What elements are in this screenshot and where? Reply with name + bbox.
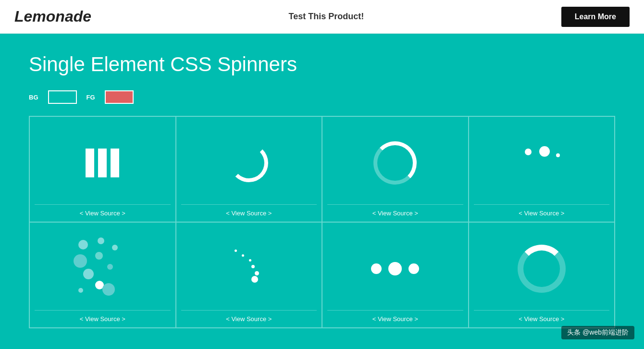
trail-dot-6 (251, 276, 258, 283)
spinner-grid: < View Source > < View Source > < View S… (29, 116, 615, 328)
trail-dot-5 (255, 271, 259, 275)
spinner-display-dots-scatter (474, 126, 610, 199)
circle-3 (112, 245, 118, 250)
spinner-display-bars (35, 126, 171, 199)
view-source-trail[interactable]: < View Source > (181, 310, 317, 327)
view-source-circles-many[interactable]: < View Source > (35, 310, 171, 327)
header-title: Test This Product! (289, 12, 364, 22)
arc-large-spinner (373, 141, 417, 185)
scatter-dot-3 (556, 153, 560, 157)
view-source-dots-scatter[interactable]: < View Source > (474, 204, 610, 222)
spinner-display-arc-large (327, 126, 463, 199)
spinner-display-arc (181, 126, 317, 199)
spinner-cell-arc-large: < View Source > (322, 116, 469, 222)
spinner-display-circles-many (35, 232, 171, 305)
trail-dot-1 (235, 249, 237, 252)
fg-color-swatch[interactable] (105, 90, 134, 104)
color-pickers: BG FG (29, 90, 615, 104)
spinner-cell-trail: < View Source > (176, 222, 322, 328)
spinner-display-three-dots (327, 232, 463, 305)
spinner-cell-bars: < View Source > (29, 116, 176, 222)
spinner-display-ring-gap (474, 232, 610, 305)
three-dots-spinner (371, 262, 419, 275)
scatter-dot-1 (525, 149, 532, 155)
circle-9 (78, 288, 83, 293)
dots-scatter-spinner (518, 144, 566, 182)
view-source-bars[interactable]: < View Source > (35, 204, 171, 222)
header: Lemonade Test This Product! Learn More (0, 0, 644, 34)
circle-5 (95, 252, 103, 260)
logo: Lemonade (14, 8, 91, 25)
main-content: Single Element CSS Spinners BG FG < View… (0, 34, 644, 349)
circle-1 (78, 240, 88, 249)
trail-dot-3 (249, 259, 251, 262)
bar-2 (98, 149, 107, 177)
ring-gap-spinner (518, 245, 566, 293)
trail-dot-2 (242, 254, 244, 257)
bars-spinner (86, 149, 119, 177)
page-title: Single Element CSS Spinners (29, 53, 615, 76)
spinner-cell-three-dots: < View Source > (322, 222, 469, 328)
spinner-cell-arc: < View Source > (176, 116, 322, 222)
scatter-dot-2 (539, 146, 550, 157)
bar-1 (86, 149, 94, 177)
bar-3 (111, 149, 119, 177)
trail-spinner (225, 245, 273, 293)
three-dot-2 (388, 262, 402, 275)
three-dot-1 (371, 263, 382, 274)
view-source-arc-large[interactable]: < View Source > (327, 204, 463, 222)
trail-dot-4 (251, 265, 255, 268)
spinner-display-trail (181, 232, 317, 305)
circles-many-spinner (69, 235, 136, 302)
view-source-ring-gap[interactable]: < View Source > (474, 310, 610, 327)
circle-6 (107, 264, 113, 270)
spinner-cell-circles-many: < View Source > (29, 222, 176, 328)
circle-2 (98, 237, 104, 244)
bg-color-swatch[interactable] (48, 90, 77, 104)
view-source-arc[interactable]: < View Source > (181, 204, 317, 222)
circle-10 (102, 283, 115, 296)
circle-7 (83, 269, 94, 279)
spinner-cell-dots-scatter: < View Source > (469, 116, 615, 222)
three-dot-3 (409, 263, 419, 274)
learn-more-button[interactable]: Learn More (561, 7, 630, 27)
view-source-three-dots[interactable]: < View Source > (327, 310, 463, 327)
arc-spinner (230, 144, 268, 182)
spinner-cell-ring-gap: < View Source > (469, 222, 615, 328)
circle-4 (74, 254, 87, 268)
fg-label: FG (87, 94, 95, 101)
bg-label: BG (29, 94, 38, 101)
